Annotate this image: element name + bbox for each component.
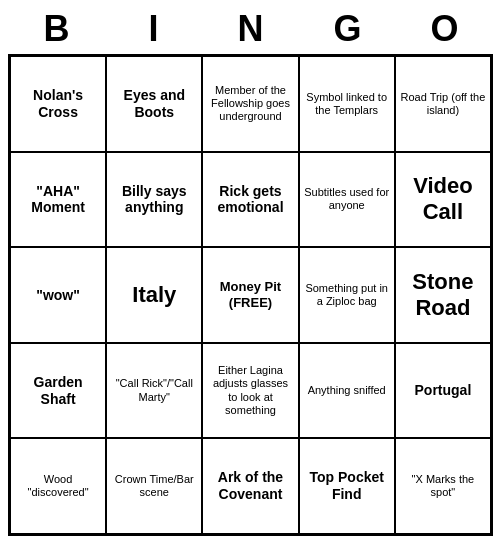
bingo-cell[interactable]: Something put in a Ziploc bag xyxy=(299,247,395,343)
bingo-cell[interactable]: Ark of the Covenant xyxy=(202,438,298,534)
bingo-cell[interactable]: Garden Shaft xyxy=(10,343,106,439)
bingo-cell[interactable]: Crown Time/Bar scene xyxy=(106,438,202,534)
bingo-cell[interactable]: Symbol linked to the Templars xyxy=(299,56,395,152)
bingo-cell[interactable]: Road Trip (off the island) xyxy=(395,56,491,152)
bingo-cell[interactable]: Eyes and Boots xyxy=(106,56,202,152)
bingo-cell[interactable]: Money Pit (FREE) xyxy=(202,247,298,343)
bingo-cell[interactable]: Nolan's Cross xyxy=(10,56,106,152)
bingo-cell[interactable]: Rick gets emotional xyxy=(202,152,298,248)
bingo-cell[interactable]: "X Marks the spot" xyxy=(395,438,491,534)
bingo-cell[interactable]: Subtitles used for anyone xyxy=(299,152,395,248)
title-o: O xyxy=(400,8,490,50)
bingo-cell[interactable]: Member of the Fellowship goes undergroun… xyxy=(202,56,298,152)
bingo-cell[interactable]: Top Pocket Find xyxy=(299,438,395,534)
bingo-grid: Nolan's CrossEyes and BootsMember of the… xyxy=(8,54,493,536)
bingo-cell[interactable]: Portugal xyxy=(395,343,491,439)
bingo-cell[interactable]: Anything sniffed xyxy=(299,343,395,439)
bingo-cell[interactable]: Wood "discovered" xyxy=(10,438,106,534)
bingo-cell[interactable]: Stone Road xyxy=(395,247,491,343)
bingo-cell[interactable]: "wow" xyxy=(10,247,106,343)
bingo-cell[interactable]: Italy xyxy=(106,247,202,343)
bingo-cell[interactable]: "Call Rick"/"Call Marty" xyxy=(106,343,202,439)
bingo-cell[interactable]: Video Call xyxy=(395,152,491,248)
bingo-cell[interactable]: "AHA" Moment xyxy=(10,152,106,248)
bingo-title: B I N G O xyxy=(8,8,493,50)
title-g: G xyxy=(303,8,393,50)
bingo-cell[interactable]: Billy says anything xyxy=(106,152,202,248)
bingo-cell[interactable]: Either Lagina adjusts glasses to look at… xyxy=(202,343,298,439)
title-b: B xyxy=(12,8,102,50)
title-n: N xyxy=(206,8,296,50)
title-i: I xyxy=(109,8,199,50)
